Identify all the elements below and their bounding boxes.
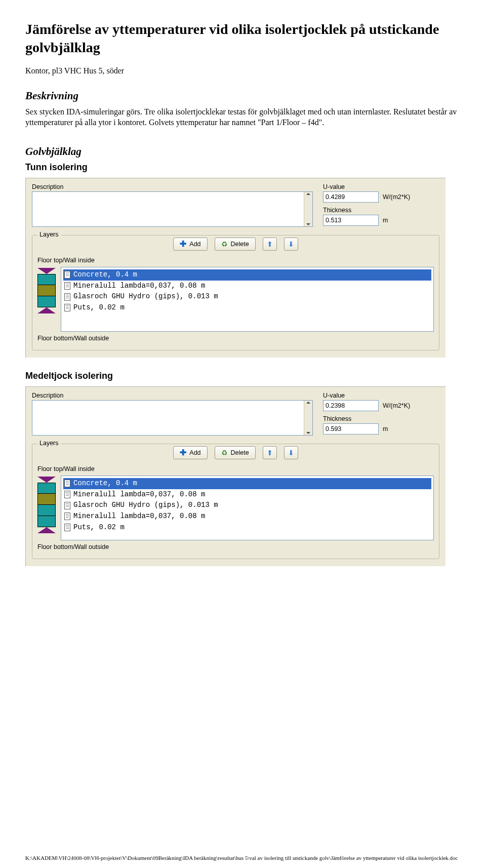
thickness-unit: m xyxy=(383,217,388,224)
layer-segment xyxy=(37,296,56,307)
layer-segment xyxy=(37,274,56,285)
arrow-up-icon: ⬆ xyxy=(267,449,273,456)
label-description: Description xyxy=(32,392,313,399)
page-subtitle: Kontor, pl3 VHC Hus 5, söder xyxy=(25,66,461,75)
label-uvalue: U-value xyxy=(323,183,439,190)
heading-golvbjalklag: Golvbjälklag xyxy=(25,145,461,158)
label-thickness: Thickness xyxy=(323,415,439,422)
recycle-icon: ♻ xyxy=(221,241,228,248)
label-floor-top: Floor top/Wall inside xyxy=(37,257,434,264)
delete-button[interactable]: ♻Delete xyxy=(215,446,256,459)
move-up-button[interactable]: ⬆ xyxy=(263,446,277,459)
page-icon xyxy=(64,304,70,311)
list-item-label: Mineralull lambda=0,037, 0.08 m xyxy=(73,489,205,500)
add-button-label: Add xyxy=(189,449,200,456)
label-uvalue: U-value xyxy=(323,392,439,399)
list-item-label: Mineralull lambda=0,037, 0.08 m xyxy=(73,281,205,292)
dialog-panel: DescriptionU-valueW/(m2*K)ThicknessmLaye… xyxy=(25,386,446,566)
heading-beskrivning: Beskrivning xyxy=(25,90,461,102)
scrollbar[interactable] xyxy=(304,401,312,435)
plus-icon: ✚ xyxy=(180,449,186,457)
page-title: Jämförelse av yttemperaturer vid olika i… xyxy=(25,20,461,57)
layer-segment xyxy=(37,516,56,527)
label-floor-bottom: Floor bottom/Wall outside xyxy=(37,543,434,550)
list-item-label: Concrete, 0.4 m xyxy=(73,478,137,489)
list-item[interactable]: Puts, 0.02 m xyxy=(63,302,431,313)
layer-segment xyxy=(37,285,56,296)
chevron-up-icon xyxy=(37,307,56,313)
layers-listbox[interactable]: Concrete, 0.4 mMineralull lambda=0,037, … xyxy=(61,267,434,332)
list-item[interactable]: Glasroch GHU Hydro (gips), 0.013 m xyxy=(63,500,431,511)
page-icon xyxy=(64,491,70,498)
thickness-unit: m xyxy=(383,425,388,432)
uvalue-input[interactable] xyxy=(323,400,379,411)
page-icon xyxy=(64,512,70,520)
scroll-up-icon[interactable] xyxy=(306,193,310,195)
page-icon xyxy=(64,282,70,290)
layer-stack-graphic xyxy=(37,476,56,540)
uvalue-input[interactable] xyxy=(323,191,379,203)
move-up-button[interactable]: ⬆ xyxy=(263,238,277,251)
panel-heading: Medeltjock isolering xyxy=(25,371,461,381)
scroll-down-icon[interactable] xyxy=(306,432,310,434)
list-item[interactable]: Concrete, 0.4 m xyxy=(63,269,431,281)
body-beskrivning: Sex stycken IDA-simuleringar görs. Tre o… xyxy=(25,106,461,128)
description-textarea[interactable] xyxy=(32,400,313,436)
panel-heading: Tunn isolering xyxy=(25,162,461,173)
scroll-down-icon[interactable] xyxy=(306,223,310,225)
page-icon xyxy=(64,271,70,279)
arrow-up-icon: ⬆ xyxy=(267,241,273,248)
layers-legend: Layers xyxy=(37,440,61,447)
delete-button-label: Delete xyxy=(231,449,249,456)
page-icon xyxy=(64,502,70,509)
arrow-down-icon: ⬇ xyxy=(288,449,294,456)
layer-stack-graphic xyxy=(37,267,56,332)
list-item-label: Puts, 0.02 m xyxy=(73,522,125,533)
label-thickness: Thickness xyxy=(323,207,439,214)
add-button-label: Add xyxy=(189,241,200,248)
uvalue-unit: W/(m2*K) xyxy=(383,193,410,201)
chevron-down-icon xyxy=(37,477,56,483)
delete-button-label: Delete xyxy=(231,241,249,248)
move-down-button[interactable]: ⬇ xyxy=(284,446,298,459)
description-textarea[interactable] xyxy=(32,191,313,227)
label-description: Description xyxy=(32,183,313,190)
list-item[interactable]: Mineralull lambda=0,037, 0.08 m xyxy=(63,281,431,292)
plus-icon: ✚ xyxy=(180,240,186,248)
list-item-label: Glasroch GHU Hydro (gips), 0.013 m xyxy=(73,291,218,302)
list-item[interactable]: Mineralull lambda=0,037, 0.08 m xyxy=(63,511,431,522)
layers-fieldset: Layers✚Add♻Delete⬆⬇Floor top/Wall inside… xyxy=(32,444,439,559)
page-icon xyxy=(64,293,70,301)
thickness-input[interactable] xyxy=(323,215,379,226)
add-button[interactable]: ✚Add xyxy=(173,238,207,251)
chevron-down-icon xyxy=(37,268,56,274)
page-icon xyxy=(64,480,70,487)
list-item-label: Mineralull lambda=0,037, 0.08 m xyxy=(73,511,205,522)
scroll-up-icon[interactable] xyxy=(306,402,310,404)
scrollbar[interactable] xyxy=(304,192,312,226)
list-item[interactable]: Concrete, 0.4 m xyxy=(63,478,431,489)
arrow-down-icon: ⬇ xyxy=(288,241,294,248)
layer-segment xyxy=(37,494,56,505)
list-item-label: Concrete, 0.4 m xyxy=(73,269,137,281)
layers-fieldset: Layers✚Add♻Delete⬆⬇Floor top/Wall inside… xyxy=(32,235,439,350)
list-item[interactable]: Puts, 0.02 m xyxy=(63,522,431,533)
chevron-up-icon xyxy=(37,527,56,533)
list-item[interactable]: Glasroch GHU Hydro (gips), 0.013 m xyxy=(63,291,431,302)
label-floor-bottom: Floor bottom/Wall outside xyxy=(37,335,434,342)
page-icon xyxy=(64,524,70,531)
layers-listbox[interactable]: Concrete, 0.4 mMineralull lambda=0,037, … xyxy=(61,476,434,540)
layers-legend: Layers xyxy=(37,231,61,238)
move-down-button[interactable]: ⬇ xyxy=(284,238,298,251)
delete-button[interactable]: ♻Delete xyxy=(215,238,256,251)
add-button[interactable]: ✚Add xyxy=(173,446,207,459)
layer-segment xyxy=(37,483,56,494)
recycle-icon: ♻ xyxy=(221,449,228,456)
dialog-panel: DescriptionU-valueW/(m2*K)ThicknessmLaye… xyxy=(25,178,446,358)
label-floor-top: Floor top/Wall inside xyxy=(37,465,434,472)
list-item[interactable]: Mineralull lambda=0,037, 0.08 m xyxy=(63,489,431,500)
layer-segment xyxy=(37,505,56,516)
list-item-label: Glasroch GHU Hydro (gips), 0.013 m xyxy=(73,500,218,511)
uvalue-unit: W/(m2*K) xyxy=(383,402,410,409)
thickness-input[interactable] xyxy=(323,423,379,435)
